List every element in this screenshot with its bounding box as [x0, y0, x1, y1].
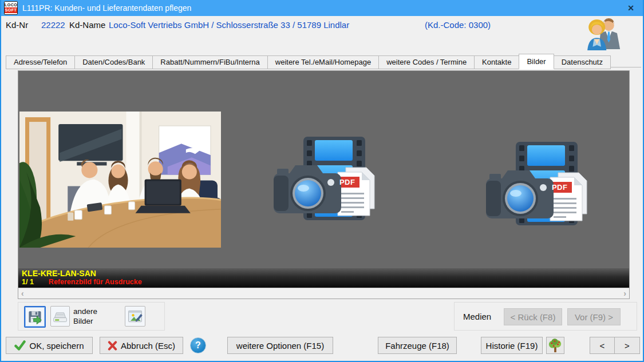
- customer-photo[interactable]: [19, 112, 221, 248]
- cancel-button[interactable]: Abbruch (Esc): [100, 337, 183, 354]
- image-info-bar: KLE-KRE-LAN-SAN 1/ 1 Referenzbild für Au…: [18, 268, 629, 288]
- help-button[interactable]: ?: [190, 337, 206, 353]
- customer-contacts-icon: [582, 18, 621, 53]
- check-icon: [14, 340, 26, 351]
- image-canvas: PDF PDF: [18, 71, 629, 268]
- tab-bar: Adresse/Telefon Daten/Codes/Bank Rabatt/…: [6, 54, 610, 69]
- scanner-icon: [52, 308, 68, 324]
- medien-group: Medien < Rück (F8) Vor (F9) >: [454, 302, 637, 331]
- next-record-button[interactable]: >: [614, 337, 640, 354]
- import-image-button[interactable]: [24, 306, 46, 328]
- ok-save-button[interactable]: OK, speichern: [6, 337, 93, 354]
- tab-bilder[interactable]: Bilder: [519, 54, 554, 69]
- kdcode-value: (Kd.-Code: 0300): [425, 20, 491, 30]
- floppy-import-icon: [27, 309, 42, 324]
- tab-adresse-telefon[interactable]: Adresse/Telefon: [6, 55, 75, 69]
- tab-daten-codes-bank[interactable]: Daten/Codes/Bank: [74, 55, 153, 69]
- red-x-icon: [108, 341, 117, 351]
- kdnr-label: Kd-Nr: [6, 20, 28, 30]
- tree-icon: [548, 338, 562, 353]
- media-placeholder-2[interactable]: PDF: [481, 141, 593, 226]
- image-viewer-panel: PDF PDF KLE-KRE-LAN-SAN 1/ 1 Referenzbil…: [18, 70, 630, 299]
- tab-rabatt-nummern-fibu-interna[interactable]: Rabatt/Nummern/FiBu/Interna: [152, 55, 267, 69]
- kdname-label: Kd-Name: [69, 20, 105, 30]
- logo-bottom-text: SOFT: [5, 7, 17, 13]
- horizontal-scrollbar[interactable]: ‹ ›: [18, 288, 629, 299]
- image-editor-icon: [127, 308, 143, 324]
- title-bar: LOCO SOFT L111PR: Kunden- und Lieferante…: [1, 0, 643, 16]
- image-note: Referenzbild für Ausdrucke: [49, 278, 142, 287]
- tab-datenschutz[interactable]: Datenschutz: [554, 55, 611, 69]
- vehicles-button[interactable]: Fahrzeuge (F18): [378, 337, 457, 354]
- app-window: LOCO SOFT L111PR: Kunden- und Lieferante…: [0, 0, 644, 362]
- close-icon[interactable]: ✕: [619, 0, 643, 16]
- previous-record-button[interactable]: <: [590, 337, 615, 354]
- kdname-value: Loco-Soft Vertriebs GmbH / Schlosserstra…: [109, 20, 349, 30]
- media-placeholder-1[interactable]: PDF: [268, 136, 381, 221]
- scroll-left-icon[interactable]: ‹: [21, 289, 24, 297]
- tab-weitere-tel-email-homepage[interactable]: weitere Tel./eMail/Homepage: [267, 55, 379, 69]
- medien-label: Medien: [463, 312, 491, 321]
- record-pager: < >: [590, 337, 640, 354]
- history-button[interactable]: Historie (F19): [481, 337, 543, 354]
- medien-back-button[interactable]: < Rück (F8): [504, 308, 562, 325]
- tab-kontakte[interactable]: Kontakte: [474, 55, 519, 69]
- loco-soft-logo-icon: LOCO SOFT: [4, 1, 18, 15]
- scan-image-button[interactable]: [50, 306, 70, 327]
- image-caption: KLE-KRE-LAN-SAN: [22, 269, 629, 278]
- scroll-right-icon[interactable]: ›: [623, 289, 626, 297]
- image-tools-group: andere Bilder: [18, 302, 165, 331]
- medien-forward-button[interactable]: Vor (F9) >: [567, 308, 621, 325]
- kdnr-value: 22222: [41, 20, 65, 30]
- logo-top-text: LOCO: [5, 2, 17, 7]
- window-title: L111PR: Kunden- und Lieferantendaten pfl…: [22, 3, 191, 13]
- tab-weitere-codes-termine[interactable]: weitere Codes / Termine: [378, 55, 475, 69]
- family-tree-button[interactable]: [546, 337, 564, 354]
- image-index: 1/ 1: [22, 278, 34, 287]
- more-options-button[interactable]: weitere Optionen (F15): [227, 337, 333, 354]
- edit-image-button[interactable]: [125, 306, 145, 327]
- andere-bilder-label: andere Bilder: [73, 307, 97, 326]
